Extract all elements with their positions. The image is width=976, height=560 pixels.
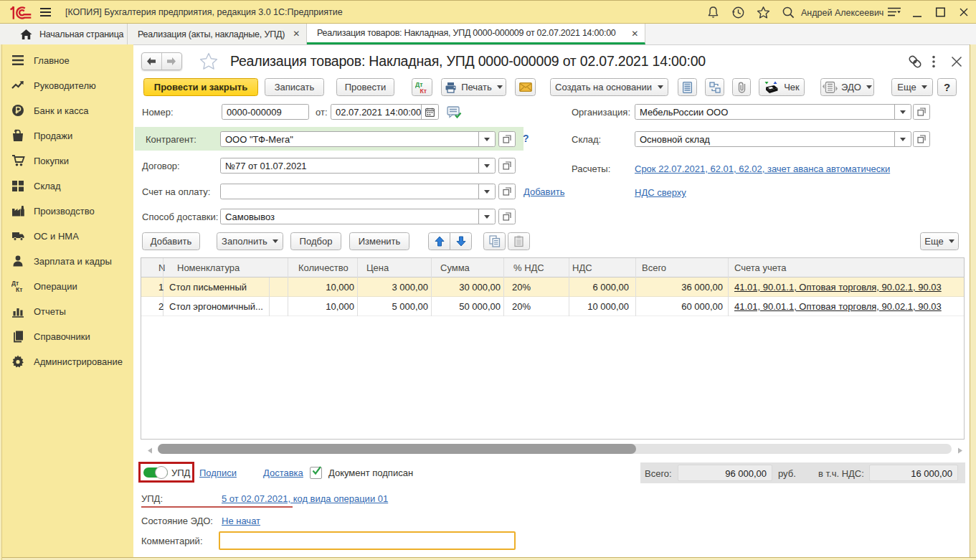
svg-text:Кт: Кт [16,286,22,293]
svg-text:Кт: Кт [420,87,427,95]
